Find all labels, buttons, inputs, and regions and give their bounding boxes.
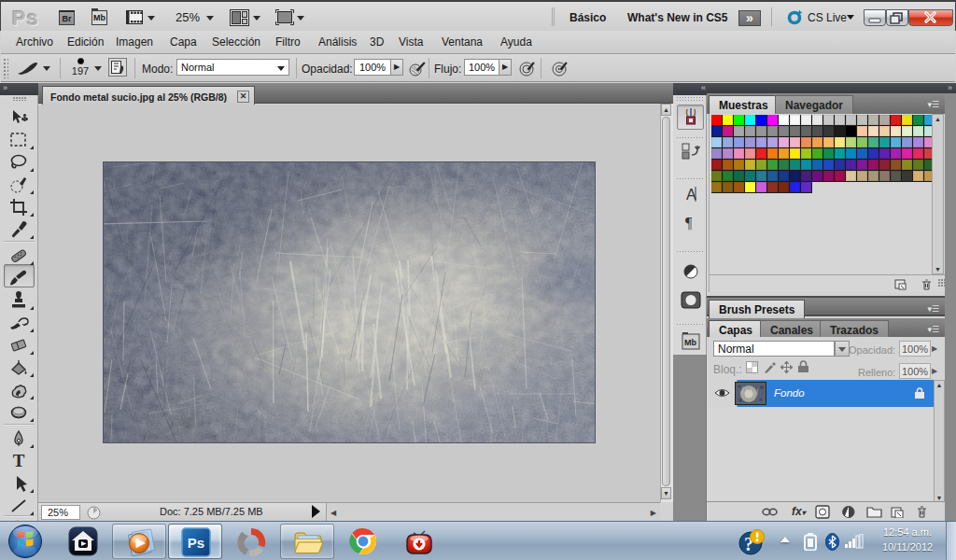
svg-text:Mb: Mb (684, 338, 696, 347)
svg-text:¶: ¶ (685, 215, 693, 231)
svg-text:Ps: Ps (188, 535, 204, 551)
svg-text:A: A (686, 187, 696, 203)
svg-text:T: T (13, 452, 25, 470)
